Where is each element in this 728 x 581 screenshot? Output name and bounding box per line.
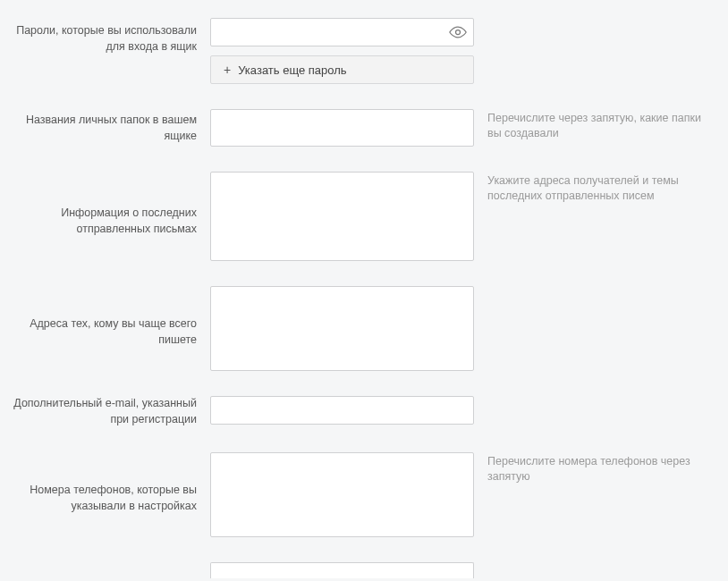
sent-info-label: Информация о последних отправленных пись… xyxy=(0,172,210,237)
row-frequent-recipients: Адреса тех, кому вы чаще всего пишете xyxy=(0,286,728,371)
folders-hint: Перечислите через запятую, какие папки в… xyxy=(474,109,707,141)
passwords-input[interactable] xyxy=(210,18,474,46)
row-passwords: Пароли, которые вы использовали для вход… xyxy=(0,18,728,84)
sent-info-hint: Укажите адреса получателей и темы послед… xyxy=(474,172,707,204)
additional-email-input[interactable] xyxy=(210,396,474,425)
additional-email-label: Дополнительный e-mail, указанный при рег… xyxy=(0,396,210,427)
passwords-label: Пароли, которые вы использовали для вход… xyxy=(0,18,210,55)
phone-numbers-label: Номера телефонов, которые вы указывали в… xyxy=(0,452,210,514)
plus-icon: + xyxy=(224,63,231,77)
folders-input[interactable] xyxy=(210,109,474,147)
recovery-form: Пароли, которые вы использовали для вход… xyxy=(0,18,728,578)
row-folders: Названия личных папок в вашем ящике Пере… xyxy=(0,109,728,147)
frequent-label: Адреса тех, кому вы чаще всего пишете xyxy=(0,286,210,348)
frequent-recipients-input[interactable] xyxy=(210,286,474,371)
phone-numbers-hint: Перечислите номера телефонов через запят… xyxy=(474,452,707,484)
phone-numbers-input[interactable] xyxy=(210,452,474,537)
add-password-button[interactable]: + Указать еще пароль xyxy=(210,55,474,84)
toggle-password-icon[interactable] xyxy=(449,23,467,41)
add-password-label: Указать еще пароль xyxy=(238,63,346,77)
folders-label: Названия личных папок в вашем ящике xyxy=(0,109,210,144)
svg-point-0 xyxy=(456,30,461,35)
cutoff-input[interactable] xyxy=(210,562,474,578)
row-phone-numbers: Номера телефонов, которые вы указывали в… xyxy=(0,452,728,537)
row-sent-info: Информация о последних отправленных пись… xyxy=(0,172,728,261)
row-cutoff xyxy=(0,562,728,578)
row-additional-email: Дополнительный e-mail, указанный при рег… xyxy=(0,396,728,427)
sent-info-input[interactable] xyxy=(210,172,474,261)
